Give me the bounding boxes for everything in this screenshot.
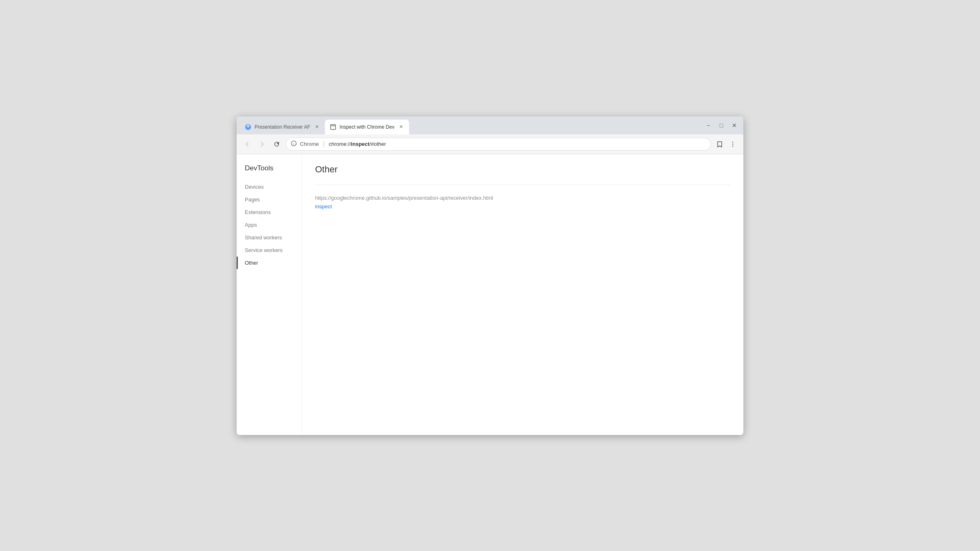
content-divider — [315, 185, 730, 185]
tab-1-close[interactable]: ✕ — [313, 124, 320, 130]
bookmark-button[interactable] — [714, 138, 725, 150]
svg-point-7 — [732, 145, 733, 146]
sidebar-item-shared-workers[interactable]: Shared workers — [237, 231, 302, 244]
tab-1-title: Presentation Receiver AF — [255, 124, 310, 130]
sidebar-item-service-workers[interactable]: Service workers — [237, 244, 302, 257]
svg-text:i: i — [293, 142, 294, 146]
sidebar-item-extensions[interactable]: Extensions — [237, 206, 302, 219]
tab-presentation-receiver[interactable]: Presentation Receiver AF ✕ — [240, 120, 325, 134]
address-bar[interactable]: i Chrome | chrome://inspect/#other — [286, 138, 711, 151]
minimize-button[interactable]: − — [703, 120, 714, 131]
sidebar-item-devices-label: Devices — [245, 184, 264, 190]
security-icon: i — [291, 141, 297, 147]
sidebar-item-pages[interactable]: Pages — [237, 193, 302, 206]
content-area: Other https://googlechrome.github.io/sam… — [302, 154, 743, 435]
inspect-link[interactable]: inspect — [315, 203, 332, 210]
forward-button[interactable] — [256, 138, 268, 150]
address-origin: Chrome — [300, 141, 319, 147]
reload-button[interactable] — [271, 138, 282, 150]
back-button[interactable] — [242, 138, 253, 150]
svg-rect-1 — [331, 125, 336, 129]
entry-url: https://googlechrome.github.io/samples/p… — [315, 195, 730, 201]
entry-item: https://googlechrome.github.io/samples/p… — [315, 192, 730, 213]
maximize-button[interactable]: □ — [716, 120, 727, 131]
tab-inspect-devtools[interactable]: Inspect with Chrome Dev ✕ — [325, 120, 409, 134]
address-separator: | — [323, 141, 324, 148]
tab-2-close[interactable]: ✕ — [398, 124, 404, 130]
sidebar-item-other[interactable]: Other — [237, 257, 302, 269]
sidebar-item-extensions-label: Extensions — [245, 209, 271, 215]
sidebar-item-devices[interactable]: Devices — [237, 181, 302, 193]
svg-point-5 — [732, 141, 733, 142]
page-title: Other — [315, 164, 730, 175]
window-controls: − □ ✕ — [703, 120, 740, 134]
sidebar-title: DevTools — [237, 164, 302, 181]
browser-window: Presentation Receiver AF ✕ Inspect with … — [237, 116, 743, 435]
sidebar-item-apps[interactable]: Apps — [237, 219, 302, 231]
sidebar-item-pages-label: Pages — [245, 196, 260, 203]
sidebar: DevTools Devices Pages Extensions Apps S… — [237, 154, 302, 435]
presentation-tab-icon — [245, 124, 251, 130]
sidebar-item-apps-label: Apps — [245, 222, 257, 228]
main-content: DevTools Devices Pages Extensions Apps S… — [237, 154, 743, 435]
toolbar-actions — [714, 138, 738, 150]
toolbar: i Chrome | chrome://inspect/#other — [237, 134, 743, 154]
title-bar: Presentation Receiver AF ✕ Inspect with … — [237, 116, 743, 134]
address-url: chrome://inspect/#other — [329, 141, 386, 147]
menu-button[interactable] — [727, 138, 738, 150]
inspect-tab-icon — [330, 124, 336, 130]
sidebar-item-shared-workers-label: Shared workers — [245, 234, 282, 241]
new-tab-area — [409, 120, 425, 134]
tab-2-title: Inspect with Chrome Dev — [340, 124, 394, 130]
svg-point-6 — [732, 143, 733, 144]
sidebar-item-service-workers-label: Service workers — [245, 247, 282, 253]
sidebar-item-other-label: Other — [245, 260, 258, 266]
close-button[interactable]: ✕ — [729, 120, 740, 131]
